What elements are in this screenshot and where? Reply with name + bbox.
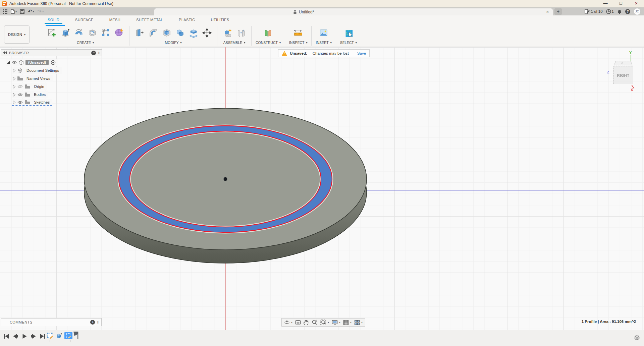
- viewports-icon: [354, 320, 360, 325]
- timeline-position-marker[interactable]: [73, 332, 79, 340]
- create-form-button[interactable]: [113, 26, 125, 40]
- settings-gear-button[interactable]: [634, 335, 640, 342]
- workspace-selector[interactable]: DESIGN ▾: [4, 25, 30, 44]
- split-body-button[interactable]: [187, 26, 200, 40]
- grid-snap-button[interactable]: ▾: [343, 320, 352, 325]
- tree-row-sketches[interactable]: Sketches: [12, 99, 55, 106]
- notifications-button[interactable]: [617, 9, 622, 14]
- timeline-step-forward-button[interactable]: [30, 332, 37, 340]
- tab-solid[interactable]: SOLID: [47, 16, 60, 23]
- document-tab[interactable]: Untitled* ×: [154, 8, 553, 15]
- add-comment-button[interactable]: +: [90, 320, 95, 325]
- save-button[interactable]: [19, 8, 25, 15]
- tree-row-root[interactable]: (Unsaved): [6, 59, 61, 66]
- visibility-eye-icon[interactable]: [17, 101, 23, 104]
- save-link[interactable]: Save: [357, 51, 366, 55]
- maximize-button[interactable]: □: [613, 0, 629, 7]
- measure-button[interactable]: [292, 26, 305, 40]
- expand-arrow-icon[interactable]: [13, 101, 15, 104]
- select-button[interactable]: [342, 26, 355, 40]
- help-button[interactable]: ?: [625, 9, 630, 14]
- shell-button[interactable]: [160, 26, 173, 40]
- tab-plastic[interactable]: PLASTIC: [178, 16, 196, 23]
- visibility-eye-icon[interactable]: [17, 93, 23, 97]
- expand-arrow-icon[interactable]: [13, 85, 15, 89]
- pan-button[interactable]: [304, 320, 309, 325]
- insert-button[interactable]: [318, 26, 330, 40]
- timeline-item-sketch1[interactable]: [47, 333, 53, 339]
- assemble-dropdown[interactable]: ASSEMBLE▾: [223, 41, 246, 45]
- combine-button[interactable]: [174, 26, 186, 40]
- tree-row-named-views[interactable]: Named Views: [12, 75, 56, 82]
- comments-panel[interactable]: COMMENTS + ‖: [1, 318, 102, 326]
- construct-dropdown[interactable]: CONSTRUCT▾: [256, 41, 281, 45]
- file-menu-button[interactable]: ▾: [10, 8, 18, 15]
- measure-icon: [293, 28, 303, 38]
- display-settings-button[interactable]: ▾: [332, 320, 340, 325]
- insert-dropdown[interactable]: INSERT▾: [316, 41, 331, 45]
- new-tab-button[interactable]: +: [554, 8, 562, 15]
- fillet-button[interactable]: [147, 26, 159, 40]
- collapse-arrow-icon[interactable]: [7, 61, 10, 64]
- visibility-eye-icon[interactable]: [12, 61, 17, 64]
- rectangular-pattern-icon: [101, 28, 111, 38]
- close-button[interactable]: ×: [629, 0, 644, 7]
- browser-header[interactable]: BROWSER − ‖: [1, 49, 102, 56]
- tab-sheet-metal[interactable]: SHEET METAL: [136, 16, 164, 23]
- create-sketch-button[interactable]: [46, 26, 58, 40]
- look-at-button[interactable]: [295, 320, 301, 325]
- job-status-button[interactable]: 1 of 10: [585, 9, 602, 14]
- minimize-panel-button[interactable]: −: [91, 51, 96, 55]
- undo-button[interactable]: ↶ ▾: [27, 8, 35, 15]
- minimize-button[interactable]: —: [598, 0, 613, 7]
- new-component-button[interactable]: [221, 26, 234, 40]
- timeline-go-to-end-button[interactable]: [39, 332, 46, 340]
- joint-button[interactable]: [235, 26, 247, 40]
- create-dropdown[interactable]: CREATE▾: [77, 41, 94, 45]
- revolve-button[interactable]: [72, 26, 85, 40]
- history-button[interactable]: 1: [606, 9, 614, 14]
- move-copy-button[interactable]: [201, 26, 213, 40]
- modify-dropdown[interactable]: MODIFY▾: [165, 41, 182, 45]
- app-grid-button[interactable]: [2, 8, 8, 15]
- close-tab-button[interactable]: ×: [545, 8, 550, 15]
- timeline-step-back-button[interactable]: [12, 332, 19, 340]
- inspect-dropdown[interactable]: INSPECT▾: [289, 41, 308, 45]
- press-pull-button[interactable]: [133, 26, 146, 40]
- view-cube-right-face[interactable]: RIGHT: [613, 66, 633, 84]
- expand-arrow-icon[interactable]: [13, 93, 15, 97]
- visibility-off-icon[interactable]: [17, 84, 23, 89]
- home-icon[interactable]: ⌂: [621, 61, 623, 65]
- panel-grip[interactable]: ‖: [97, 320, 99, 324]
- timeline-go-to-start-button[interactable]: [3, 332, 10, 340]
- expand-arrow-icon[interactable]: [13, 69, 15, 72]
- tree-row-bodies[interactable]: Bodies: [12, 91, 51, 98]
- origin-point[interactable]: [224, 177, 227, 181]
- expand-arrow-icon[interactable]: [13, 77, 15, 80]
- tree-row-document-settings[interactable]: Document Settings: [12, 67, 64, 74]
- hole-button[interactable]: [86, 26, 98, 40]
- tree-row-origin[interactable]: Origin: [12, 83, 50, 90]
- viewport-canvas[interactable]: BROWSER − ‖ (Unsaved): [0, 47, 644, 330]
- comments-title: COMMENTS: [10, 320, 88, 324]
- select-dropdown[interactable]: SELECT▾: [340, 41, 357, 45]
- root-document-label[interactable]: (Unsaved): [25, 60, 49, 65]
- tab-surface[interactable]: SURFACE: [74, 16, 94, 23]
- timeline-play-button[interactable]: [21, 332, 28, 340]
- activate-component-icon[interactable]: [51, 60, 56, 65]
- rectangular-pattern-button[interactable]: [99, 26, 112, 40]
- viewports-button[interactable]: ▾: [354, 320, 363, 325]
- construction-plane-button[interactable]: [262, 26, 274, 40]
- zoom-button[interactable]: [312, 320, 318, 325]
- tab-utilities[interactable]: UTILITIES: [210, 16, 230, 23]
- panel-grip[interactable]: ‖: [98, 51, 100, 55]
- view-cube[interactable]: Y ⌂ RIGHT Z X: [604, 50, 642, 92]
- fit-button[interactable]: ▾: [320, 320, 329, 325]
- extrude-button[interactable]: [59, 26, 71, 40]
- tab-mesh[interactable]: MESH: [109, 16, 121, 23]
- redo-button[interactable]: ↷ ▾: [37, 8, 45, 15]
- user-avatar[interactable]: JC: [634, 8, 641, 15]
- orbit-button[interactable]: ▾: [284, 320, 292, 325]
- timeline-item-sketch2-selected[interactable]: [64, 332, 72, 339]
- timeline-item-extrude1[interactable]: [56, 333, 62, 339]
